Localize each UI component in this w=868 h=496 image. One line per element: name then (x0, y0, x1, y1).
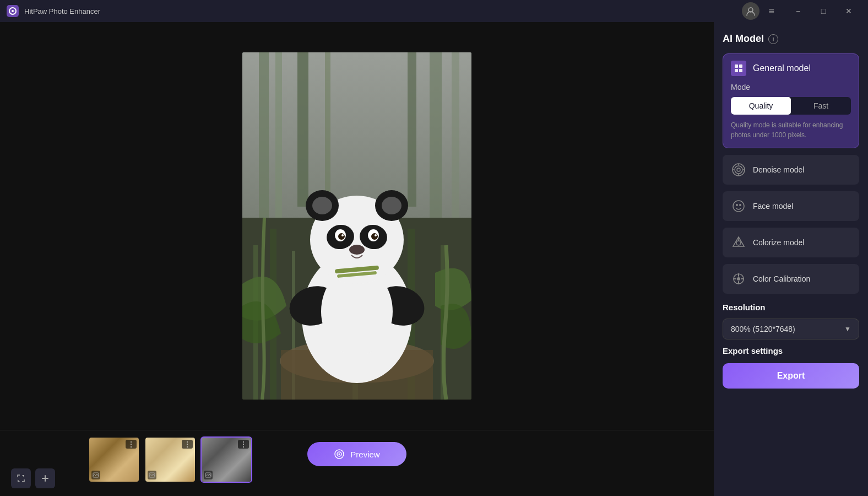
preview-button-container: Preview (307, 442, 406, 466)
denoise-model-icon (731, 162, 746, 177)
svg-rect-49 (735, 69, 738, 72)
svg-point-43 (339, 454, 340, 455)
image-icon-2 (149, 472, 155, 478)
preview-button[interactable]: Preview (307, 442, 406, 466)
menu-button[interactable]: ≡ (768, 6, 774, 16)
svg-point-38 (349, 245, 365, 255)
resolution-heading: Resolution (723, 303, 859, 312)
main-content: Preview ⋮ ⋮ (0, 22, 868, 496)
thumbnail-1-badge (91, 471, 100, 479)
minimize-button[interactable]: − (785, 3, 811, 19)
maximize-button[interactable]: □ (811, 3, 836, 19)
ai-model-info-icon[interactable]: i (768, 34, 778, 44)
general-model-card: General model Mode Quality Fast Quality … (723, 53, 859, 148)
svg-point-60 (739, 204, 741, 206)
user-avatar[interactable] (742, 2, 760, 20)
export-button[interactable]: Export (723, 363, 859, 389)
ai-model-title: AI Model i (723, 33, 859, 45)
denoise-model-option[interactable]: Denoise model (723, 155, 859, 185)
colorize-model-icon (731, 235, 746, 250)
svg-point-35 (371, 233, 378, 240)
svg-point-53 (737, 168, 740, 171)
panda-svg (242, 52, 471, 400)
bottom-controls (11, 468, 55, 496)
svg-rect-9 (408, 52, 416, 207)
svg-point-37 (375, 234, 377, 236)
mode-toggle: Quality Fast (731, 97, 851, 115)
svg-rect-50 (739, 69, 742, 72)
export-settings-heading: Export settings (723, 346, 859, 355)
mode-label: Mode (731, 83, 851, 91)
svg-point-36 (341, 234, 344, 236)
thumbnail-3-badge (204, 471, 213, 479)
thumbnails-area: ⋮ ⋮ (88, 436, 252, 490)
title-bar: HitPaw Photo Enhancer ≡ − □ ✕ (0, 0, 868, 22)
image-icon-3 (205, 472, 211, 478)
thumbnail-2[interactable]: ⋮ (144, 436, 196, 483)
svg-point-52 (735, 166, 742, 174)
color-calibration-option[interactable]: Color Calibration (723, 264, 859, 294)
thumbnail-1-menu[interactable]: ⋮ (126, 440, 137, 449)
quality-mode-button[interactable]: Quality (731, 97, 791, 115)
general-model-option[interactable]: General model (723, 54, 859, 83)
thumbnail-3[interactable]: ⋮ (200, 436, 252, 483)
thumbnail-2-badge (148, 471, 156, 479)
preview-icon (334, 449, 345, 460)
svg-rect-6 (275, 52, 282, 218)
dropdown-arrow-icon: ▼ (844, 325, 851, 333)
svg-point-68 (737, 277, 740, 281)
general-model-icon (731, 61, 746, 76)
svg-rect-11 (452, 52, 459, 218)
svg-point-29 (382, 197, 402, 214)
thumbnail-2-menu[interactable]: ⋮ (182, 440, 193, 449)
face-model-icon (731, 198, 746, 214)
expand-button[interactable] (11, 468, 31, 488)
face-model-option[interactable]: Face model (723, 191, 859, 221)
colorize-model-option[interactable]: Colorize model (723, 228, 859, 257)
calibrate-model-icon (731, 271, 746, 287)
svg-rect-48 (739, 64, 742, 68)
add-image-button[interactable] (35, 468, 55, 488)
close-button[interactable]: ✕ (836, 3, 861, 19)
canvas-area: Preview ⋮ ⋮ (0, 22, 714, 496)
main-image (242, 52, 471, 400)
image-icon (93, 472, 99, 478)
resolution-dropdown[interactable]: 800% (5120*7648) ▼ (723, 319, 859, 339)
svg-point-58 (733, 201, 744, 212)
svg-point-28 (312, 197, 332, 214)
thumbnail-1[interactable]: ⋮ (88, 436, 140, 483)
thumbnail-3-menu[interactable]: ⋮ (238, 440, 249, 449)
right-panel: AI Model i General model Mode (714, 22, 868, 496)
svg-rect-47 (735, 64, 738, 68)
app-logo (7, 5, 19, 17)
svg-point-34 (338, 233, 345, 240)
app-title: HitPaw Photo Enhancer (24, 7, 742, 15)
svg-point-61 (736, 241, 741, 245)
svg-rect-5 (259, 52, 269, 218)
mode-description: Quality mode is suitable for enhancing p… (731, 120, 851, 140)
svg-rect-7 (297, 52, 308, 207)
canvas-image-area (0, 22, 714, 430)
svg-rect-10 (430, 52, 442, 218)
svg-point-2 (12, 10, 14, 12)
fast-mode-button[interactable]: Fast (791, 97, 851, 115)
bottom-bar: Preview ⋮ ⋮ (0, 430, 714, 496)
svg-point-59 (736, 204, 738, 206)
mode-section: Mode Quality Fast Quality mode is suitab… (723, 83, 859, 148)
